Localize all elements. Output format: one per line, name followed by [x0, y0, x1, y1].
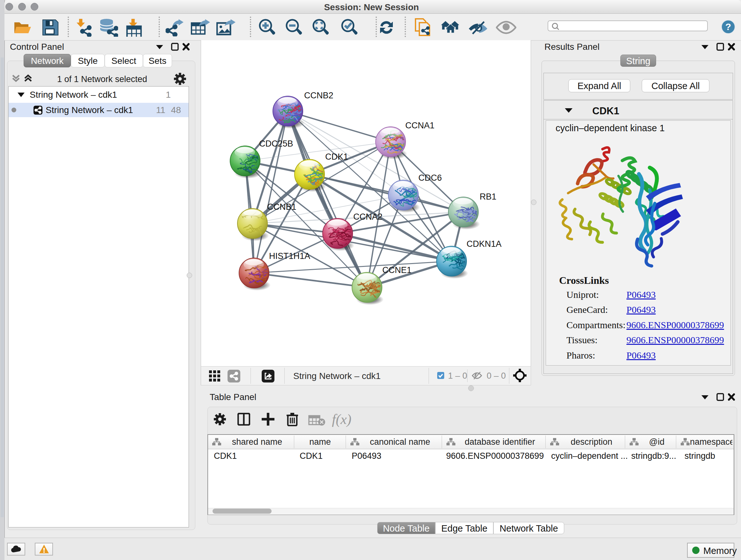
svg-text:CCNA2: CCNA2 [353, 212, 383, 222]
svg-text:CCNE1: CCNE1 [382, 265, 412, 275]
svg-text:HIST1H1A: HIST1H1A [269, 251, 310, 261]
svg-text:CCNB2: CCNB2 [304, 91, 333, 100]
svg-text:CCNB1: CCNB1 [267, 202, 296, 212]
svg-text:CDK1: CDK1 [325, 152, 348, 162]
svg-text:CDC6: CDC6 [418, 173, 442, 183]
svg-text:CCNA1: CCNA1 [405, 121, 434, 130]
svg-text:CDKN1A: CDKN1A [467, 239, 502, 249]
svg-text:RB1: RB1 [480, 192, 496, 201]
svg-text:CDC25B: CDC25B [259, 139, 293, 148]
